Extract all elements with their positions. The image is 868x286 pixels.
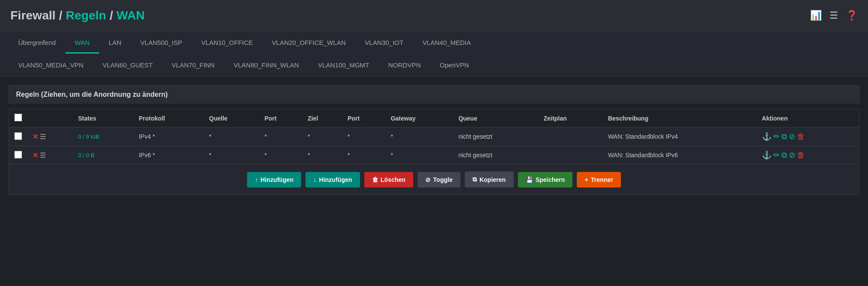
- th-port-dst: Port: [342, 109, 386, 127]
- row1-gateway: *: [386, 127, 453, 146]
- row1-icon-group: ✕ ☰: [32, 133, 68, 141]
- tab-vlan10-office[interactable]: VLAN10_OFFICE: [192, 31, 262, 54]
- tab-openvpn[interactable]: OpenVPN: [430, 54, 479, 76]
- delete-icon: 🗑: [372, 176, 378, 183]
- help-icon[interactable]: ❓: [846, 10, 858, 21]
- tab-vlan100-mgmt[interactable]: VLAN100_MGMT: [309, 54, 379, 76]
- add-above-label: Hinzufügen: [260, 176, 293, 183]
- table-icon[interactable]: ☰: [829, 10, 838, 21]
- row1-edit-icon[interactable]: ✏: [773, 132, 780, 141]
- row2-protocol: IPv6 *: [134, 146, 204, 165]
- row2-check-cell: [9, 146, 28, 165]
- section-title: Regeln (Ziehen, um die Anordnung zu ände…: [9, 85, 859, 104]
- row1-protocol: IPv4 *: [134, 127, 204, 146]
- delete-button[interactable]: 🗑 Löschen: [364, 172, 414, 187]
- copy-label: Kopieren: [479, 176, 506, 183]
- tab-lan[interactable]: LAN: [99, 31, 131, 54]
- row2-checkbox[interactable]: [14, 151, 22, 159]
- chart-icon[interactable]: 📊: [810, 10, 822, 21]
- row1-disabled-icon: ✕: [32, 133, 38, 141]
- row2-states-value: 0 / 0 B: [78, 152, 94, 159]
- th-aktionen: Aktionen: [757, 109, 859, 127]
- toggle-label: Toggle: [433, 176, 453, 183]
- row1-check-cell: [9, 127, 28, 146]
- add-below-icon: ↓: [313, 176, 316, 183]
- select-all-checkbox-wrapper[interactable]: [14, 114, 22, 121]
- row1-description: WAN: Standardblock IPv4: [603, 127, 756, 146]
- copy-button[interactable]: ⧉ Kopieren: [465, 172, 514, 187]
- th-select-all[interactable]: [9, 109, 28, 127]
- breadcrumb-sep-1: /: [59, 9, 62, 22]
- row2-actions: ⚓ ✏ ⧉ ⊘ 🗑: [757, 146, 859, 165]
- row2-dest: *: [302, 146, 342, 165]
- row2-queue: nicht gesetzt: [453, 146, 538, 165]
- table-row: ✕ ☰ 0 / 0 B IPv6 * * * * * * nicht geset…: [9, 146, 859, 165]
- row2-dst-port: *: [342, 146, 386, 165]
- row1-states-value: 0 / 9 KiB: [78, 133, 99, 140]
- tab-vlan20-office-wlan[interactable]: VLAN20_OFFICE_WLAN: [262, 31, 355, 54]
- th-zeitplan: Zeitplan: [538, 109, 603, 127]
- th-ziel: Ziel: [302, 109, 342, 127]
- th-protokoll: Protokoll: [134, 109, 204, 127]
- toggle-icon: ⊘: [425, 176, 431, 183]
- row1-dest: *: [302, 127, 342, 146]
- separator-label: Trenner: [591, 176, 613, 183]
- row1-anchor-icon[interactable]: ⚓: [762, 132, 772, 141]
- save-button[interactable]: 💾 Speichern: [518, 172, 573, 187]
- tab-vlan40-media[interactable]: VLAN40_MEDIA: [413, 31, 480, 54]
- tabs-row-1: Übergreifend WAN LAN VLAN500_ISP VLAN10_…: [9, 31, 859, 54]
- row2-anchor-icon[interactable]: ⚓: [762, 150, 772, 160]
- delete-label: Löschen: [381, 176, 406, 183]
- toggle-button[interactable]: ⊘ Toggle: [418, 172, 460, 187]
- th-queue: Queue: [453, 109, 538, 127]
- row2-gateway: *: [386, 146, 453, 165]
- row2-disable-icon[interactable]: ⊘: [789, 150, 795, 160]
- row2-description: WAN: Standardblock IPv6: [603, 146, 756, 165]
- row1-queue: nicht gesetzt: [453, 127, 538, 146]
- rules-table: States Protokoll Quelle Port Ziel Port G…: [9, 109, 859, 165]
- tab-wan[interactable]: WAN: [65, 31, 99, 54]
- row2-action-icons: ⚓ ✏ ⧉ ⊘ 🗑: [762, 150, 854, 160]
- breadcrumb-regeln[interactable]: Regeln: [66, 9, 106, 22]
- row1-disable-icon[interactable]: ⊘: [789, 132, 795, 141]
- tab-vlan80-finn-wlan[interactable]: VLAN80_FINN_WLAN: [224, 54, 309, 76]
- th-icons: [27, 109, 73, 127]
- row2-source: *: [204, 146, 259, 165]
- row2-schedule: [538, 146, 603, 165]
- th-gateway: Gateway: [386, 109, 453, 127]
- tab-vlan30-iot[interactable]: VLAN30_IOT: [355, 31, 413, 54]
- tab-nordvpn[interactable]: NORDVPN: [379, 54, 430, 76]
- breadcrumb-wan[interactable]: WAN: [116, 9, 145, 22]
- tab-vlan50-media-vpn[interactable]: VLAN50_MEDIA_VPN: [9, 54, 93, 76]
- toolbar: ↑ Hinzufügen ↓ Hinzufügen 🗑 Löschen ⊘ To…: [9, 165, 859, 195]
- breadcrumb-firewall: Firewall: [10, 9, 55, 22]
- row2-src-port: *: [259, 146, 302, 165]
- tab-vlan60-guest[interactable]: VLAN60_GUEST: [93, 54, 162, 76]
- row1-dst-port: *: [342, 127, 386, 146]
- row2-delete-icon[interactable]: 🗑: [797, 151, 805, 160]
- add-below-label: Hinzufügen: [319, 176, 352, 183]
- row2-copy-icon[interactable]: ⧉: [781, 151, 787, 160]
- tab-ubergreifend[interactable]: Übergreifend: [9, 31, 65, 54]
- tab-vlan500-isp[interactable]: VLAN500_ISP: [131, 31, 192, 54]
- add-below-button[interactable]: ↓ Hinzufügen: [305, 172, 360, 187]
- save-label: Speichern: [536, 176, 565, 183]
- row2-status-icons: ✕ ☰: [27, 146, 73, 165]
- row2-icon-group: ✕ ☰: [32, 151, 68, 159]
- row1-copy-icon[interactable]: ⧉: [781, 132, 787, 141]
- separator-button[interactable]: + Trenner: [577, 172, 621, 187]
- th-port-src: Port: [259, 109, 302, 127]
- row2-disabled-icon: ✕: [32, 151, 38, 159]
- select-all-checkbox[interactable]: [14, 114, 22, 121]
- row1-checkbox[interactable]: [14, 132, 22, 140]
- copy-icon: ⧉: [473, 176, 477, 183]
- row2-edit-icon[interactable]: ✏: [773, 150, 780, 160]
- add-above-button[interactable]: ↑ Hinzufügen: [247, 172, 301, 187]
- th-states: States: [73, 109, 133, 127]
- save-icon: 💾: [526, 176, 533, 183]
- row1-delete-icon[interactable]: 🗑: [797, 132, 805, 141]
- header-icons: 📊 ☰ ❓: [810, 10, 858, 21]
- tab-vlan70-finn[interactable]: VLAN70_FINN: [162, 54, 224, 76]
- tabs-row-2: VLAN50_MEDIA_VPN VLAN60_GUEST VLAN70_FIN…: [9, 54, 859, 76]
- breadcrumb: Firewall / Regeln / WAN: [10, 9, 145, 22]
